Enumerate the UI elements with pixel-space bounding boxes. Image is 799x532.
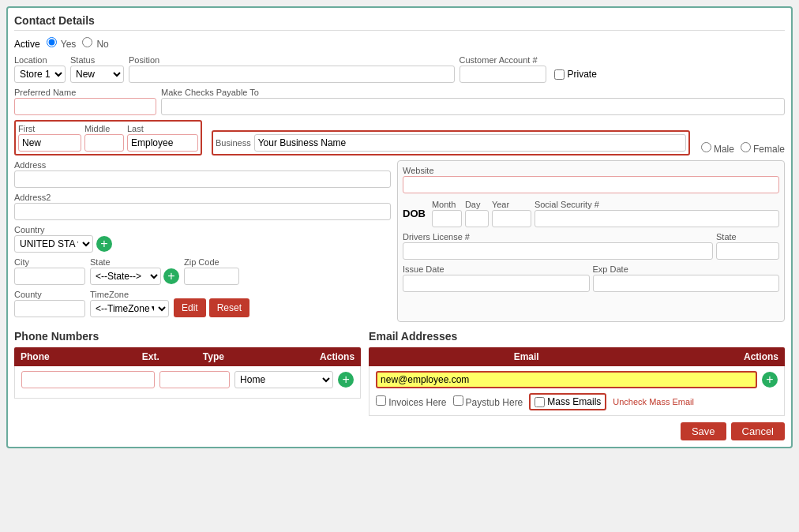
male-radio-label[interactable]: Male bbox=[701, 142, 734, 155]
add-state-button[interactable]: + bbox=[163, 268, 179, 284]
email-header-actions: Actions bbox=[677, 351, 778, 362]
timezone-col: TimeZone <--TimeZone▼ bbox=[90, 290, 169, 317]
dob-label: DOB bbox=[403, 208, 426, 219]
location-select[interactable]: Store 1 bbox=[14, 66, 66, 83]
active-no-radio[interactable] bbox=[82, 37, 92, 47]
active-yes-radio[interactable] bbox=[47, 37, 57, 47]
city-state-zip-row: City State <--State--> + Zip Code bbox=[14, 257, 391, 285]
phone-type-select[interactable]: Home Work Cell Fax bbox=[234, 371, 333, 388]
invoices-here-text: Invoices Here bbox=[388, 397, 446, 408]
invoices-here-label[interactable]: Invoices Here bbox=[376, 395, 446, 408]
phone-input[interactable] bbox=[21, 371, 155, 388]
zip-input[interactable] bbox=[184, 268, 239, 285]
private-checkbox[interactable] bbox=[554, 69, 565, 80]
add-phone-button[interactable]: + bbox=[338, 372, 354, 388]
main-body-row: Address Address2 Country UNITED STA▼ + C… bbox=[14, 160, 785, 322]
bottom-actions: Save Cancel bbox=[14, 422, 785, 440]
dl-state-input[interactable] bbox=[716, 242, 779, 260]
gender-row: Male Female bbox=[701, 142, 785, 155]
paystub-here-checkbox[interactable] bbox=[453, 395, 463, 406]
dl-input[interactable] bbox=[403, 242, 713, 260]
address-input[interactable] bbox=[14, 170, 391, 188]
active-label: Active bbox=[14, 39, 40, 50]
cancel-button[interactable]: Cancel bbox=[731, 422, 785, 440]
dl-dates: Issue Date Exp Date bbox=[403, 264, 779, 292]
dl-col: Drivers License # bbox=[403, 232, 713, 260]
name-row: First Middle Last Business Male bbox=[14, 120, 785, 155]
state-label: State bbox=[90, 257, 179, 267]
reset-button[interactable]: Reset bbox=[209, 298, 249, 317]
country-field: Country UNITED STA▼ + bbox=[14, 225, 391, 253]
invoices-here-checkbox[interactable] bbox=[376, 395, 386, 406]
email-input-row: + bbox=[376, 371, 778, 388]
customer-account-input[interactable] bbox=[460, 66, 546, 83]
mass-emails-checkbox[interactable] bbox=[535, 397, 545, 407]
preferred-name-input[interactable] bbox=[14, 98, 156, 115]
email-options-row: Invoices Here Paystub Here Mass Emails U… bbox=[376, 393, 778, 410]
no-radio-label[interactable]: No bbox=[82, 37, 108, 50]
county-input[interactable] bbox=[14, 300, 85, 317]
preferred-checks-row: Preferred Name Make Checks Payable To bbox=[14, 88, 785, 115]
phone-header-type: Type bbox=[203, 351, 294, 362]
issue-date-input[interactable] bbox=[403, 275, 590, 292]
gender-male-radio[interactable] bbox=[701, 142, 711, 152]
make-checks-input[interactable] bbox=[161, 98, 785, 115]
social-security-input[interactable] bbox=[535, 210, 779, 227]
last-col: Last bbox=[127, 124, 198, 152]
email-section-title: Email Addresses bbox=[369, 330, 785, 343]
website-input[interactable] bbox=[403, 176, 779, 193]
email-table-header: Email Actions bbox=[369, 347, 785, 366]
city-label: City bbox=[14, 257, 85, 267]
email-input[interactable] bbox=[376, 371, 757, 388]
active-row: Active Yes No bbox=[14, 37, 785, 51]
add-country-button[interactable]: + bbox=[96, 236, 112, 252]
county-label: County bbox=[14, 290, 85, 299]
yes-radio-label[interactable]: Yes bbox=[47, 37, 77, 50]
first-input[interactable] bbox=[18, 134, 81, 152]
paystub-here-text: Paystub Here bbox=[466, 397, 523, 408]
exp-date-input[interactable] bbox=[593, 275, 780, 292]
save-button[interactable]: Save bbox=[681, 422, 726, 440]
timezone-select[interactable]: <--TimeZone▼ bbox=[90, 300, 169, 317]
dob-month-input[interactable] bbox=[432, 210, 462, 227]
city-input[interactable] bbox=[14, 268, 85, 285]
female-radio-label[interactable]: Female bbox=[741, 142, 785, 155]
position-label: Position bbox=[129, 55, 455, 65]
phone-ext-input[interactable] bbox=[159, 371, 230, 388]
panel-title: Contact Details bbox=[14, 14, 785, 31]
email-header-email: Email bbox=[375, 351, 677, 362]
customer-account-col: Customer Account # Private bbox=[460, 55, 786, 83]
position-input[interactable] bbox=[129, 66, 455, 83]
zip-col: Zip Code bbox=[184, 257, 239, 285]
state-select[interactable]: <--State--> bbox=[90, 268, 161, 285]
last-input[interactable] bbox=[127, 134, 198, 152]
address2-input[interactable] bbox=[14, 203, 391, 220]
dob-day-input[interactable] bbox=[465, 210, 489, 227]
position-col: Position bbox=[129, 55, 455, 83]
website-field: Website bbox=[403, 166, 779, 193]
email-table-body: + Invoices Here Paystub Here Mass Emails bbox=[369, 366, 785, 416]
exp-date-label: Exp Date bbox=[593, 264, 780, 274]
county-col: County bbox=[14, 290, 85, 317]
gender-female-radio[interactable] bbox=[741, 142, 751, 152]
middle-input[interactable] bbox=[84, 134, 124, 152]
status-select[interactable]: New Active Inactive bbox=[70, 66, 124, 83]
dl-state-col: State bbox=[716, 232, 779, 260]
status-label: Status bbox=[70, 55, 124, 65]
edit-button[interactable]: Edit bbox=[174, 298, 206, 317]
dob-year-input[interactable] bbox=[492, 210, 531, 227]
country-select[interactable]: UNITED STA▼ bbox=[14, 235, 93, 253]
contact-details-panel: Contact Details Active Yes No Location S… bbox=[6, 6, 793, 448]
website-label: Website bbox=[403, 166, 779, 175]
phone-header-ext: Ext. bbox=[142, 351, 203, 362]
dob-row: DOB Month Day Year Social Security # bbox=[403, 200, 779, 227]
middle-label: Middle bbox=[84, 124, 124, 133]
business-input[interactable] bbox=[254, 134, 686, 152]
phone-section-title: Phone Numbers bbox=[14, 330, 361, 343]
location-label: Location bbox=[14, 55, 66, 65]
add-email-button[interactable]: + bbox=[762, 372, 778, 388]
business-col: Business bbox=[212, 130, 690, 155]
dl-section: Drivers License # State Issue Date Exp D… bbox=[403, 232, 779, 292]
paystub-here-label[interactable]: Paystub Here bbox=[453, 395, 523, 408]
address-label: Address bbox=[14, 160, 391, 170]
